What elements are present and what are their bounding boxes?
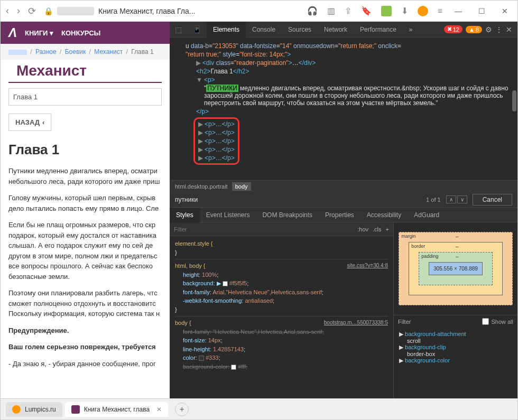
settings-icon[interactable]: ⚙ <box>485 25 492 34</box>
devtools-header: ⬚ 📱 Elements Console Sources Network Per… <box>170 22 517 38</box>
bookmark-icon[interactable]: 🔖 <box>361 6 372 16</box>
tab-close-icon[interactable]: ✕ <box>156 406 162 413</box>
tab-elements[interactable]: Elements <box>207 22 246 38</box>
paragraph: Голову мужчины, который шел первым, скры… <box>8 193 162 213</box>
tab-network[interactable]: Network <box>318 22 354 38</box>
paragraph: Если бы не плащ огромных размеров, что с… <box>8 220 162 282</box>
error-badge[interactable]: ✖ 12 <box>444 25 462 33</box>
computed-filter-input[interactable]: Filter <box>398 319 482 325</box>
tab-performance[interactable]: Performance <box>354 22 403 38</box>
share-icon[interactable]: ⇪ <box>345 6 352 16</box>
browser-tab-active[interactable]: Книга Механист, глава ✕ <box>65 402 168 417</box>
site-header: Λ КНИГИ ▾ КОНКУРСЫ <box>1 22 170 44</box>
paragraph: Поэтому они планировали разбить лагерь, … <box>8 288 162 319</box>
styles-rules-pane[interactable]: :hov .cls + element.style { } html, body… <box>170 222 393 398</box>
paragraph-bold: Предупреждение. <box>8 325 162 336</box>
tab-properties[interactable]: Properties <box>319 208 360 222</box>
webpage-pane: Λ КНИГИ ▾ КОНКУРСЫ / Разное / Боевик / М… <box>1 22 170 398</box>
show-all-checkbox[interactable] <box>482 318 489 325</box>
styles-filter-input[interactable] <box>174 226 357 232</box>
highlighted-dom-region: ▶<p>…</p> ▶<p>…</p> ▶<p>…</p> ▶<p>…</p> … <box>193 117 239 165</box>
breadcrumb-home[interactable] <box>8 50 27 55</box>
tab-more[interactable]: » <box>403 22 419 38</box>
devtools-panel: ⬚ 📱 Elements Console Sources Network Per… <box>170 22 517 398</box>
breadcrumb: / Разное / Боевик / Механист / Глава 1 <box>1 44 170 60</box>
css-source-link[interactable]: bootstrap.m…550073338:5 <box>324 319 388 326</box>
page-title-label: Книга Механист, глава Гла... <box>98 7 195 15</box>
headphones-icon[interactable]: 🎧 <box>307 6 318 16</box>
book-title: Механист <box>8 60 162 83</box>
tab-console[interactable]: Console <box>246 22 282 38</box>
site-logo[interactable]: Λ <box>8 25 17 40</box>
tab-event-listeners[interactable]: Event Listeners <box>200 208 256 222</box>
close-devtools-icon[interactable]: ✕ <box>506 25 512 34</box>
breadcrumb-item[interactable]: Механист <box>94 48 123 55</box>
minimize-button[interactable]: — <box>450 7 466 15</box>
back-icon[interactable]: ‹ <box>6 5 9 16</box>
device-icon[interactable]: 📱 <box>187 25 207 34</box>
extension-green-icon[interactable] <box>381 6 392 16</box>
dom-search-bar: 1 of 1 ∧ ∨ Cancel <box>170 192 517 208</box>
dom-breadcrumb[interactable]: html.desktop.portrait body <box>170 180 517 192</box>
inspect-icon[interactable]: ⬚ <box>170 25 187 34</box>
download-icon[interactable]: ⬇ <box>401 6 408 16</box>
chapter-select[interactable]: Глава 1 <box>8 88 162 106</box>
forward-icon[interactable]: › <box>17 5 20 16</box>
css-source-link[interactable]: site.css?v=30.4:8 <box>347 262 388 269</box>
dom-tree[interactable]: u data-b="213053" data-fontsize="14" onm… <box>170 38 517 180</box>
favicon-icon <box>12 405 21 414</box>
more-icon[interactable]: ⋮ <box>495 25 503 34</box>
computed-pane: margin – border – padding – 305.556 × 70… <box>393 222 517 398</box>
extension-orange-icon[interactable] <box>418 6 428 16</box>
url-host[interactable] <box>57 7 94 15</box>
hov-toggle[interactable]: :hov <box>357 226 368 232</box>
chapter-heading: Глава 1 <box>8 142 162 158</box>
article-body: Глава 1 Путники медленно двигались впере… <box>1 142 170 369</box>
browser-tabs-bar: Lumpics.ru Книга Механист, глава ✕ + <box>1 398 517 419</box>
box-model[interactable]: margin – border – padding – 305.556 × 70… <box>394 222 517 315</box>
tab-accessibility[interactable]: Accessibility <box>360 208 408 222</box>
back-button[interactable]: НАЗАД ‹ <box>8 114 51 131</box>
close-button[interactable]: ✕ <box>497 7 512 15</box>
search-prev-icon[interactable]: ∧ <box>446 195 456 203</box>
nav-books[interactable]: КНИГИ ▾ <box>25 29 53 37</box>
tab-dom-breakpoints[interactable]: DOM Breakpoints <box>256 208 319 222</box>
scrollbar-thumb[interactable] <box>512 90 516 111</box>
favicon-icon <box>71 405 80 414</box>
nav-contests[interactable]: КОНКУРСЫ <box>61 29 100 37</box>
maximize-button[interactable]: ☐ <box>474 7 489 15</box>
dom-search-input[interactable] <box>175 196 421 203</box>
paragraph: Путники медленно двигались вперед, осмат… <box>8 166 162 186</box>
paragraph-bold: Ваш голем серьезно поврежден, требуется <box>8 342 162 352</box>
tab-sources[interactable]: Sources <box>282 22 318 38</box>
menu-icon[interactable]: ≡ <box>438 6 442 16</box>
tab-adguard[interactable]: AdGuard <box>408 208 446 222</box>
tab-styles[interactable]: Styles <box>170 208 200 222</box>
breadcrumb-item[interactable]: Разное <box>35 48 57 55</box>
styles-tabs: Styles Event Listeners DOM Breakpoints P… <box>170 208 517 222</box>
search-cancel-button[interactable]: Cancel <box>473 194 512 206</box>
search-count: 1 of 1 <box>426 197 441 203</box>
breadcrumb-item[interactable]: Боевик <box>65 48 86 55</box>
chevron-left-icon: ‹ <box>42 118 44 126</box>
search-next-icon[interactable]: ∨ <box>457 195 467 203</box>
lock-icon: 🔒 <box>44 7 53 15</box>
computed-list[interactable]: ▶ background-attachment scroll ▶ backgro… <box>394 328 517 367</box>
download-panel-icon[interactable]: ▥ <box>327 6 335 16</box>
add-rule-icon[interactable]: + <box>386 226 389 232</box>
new-tab-button[interactable]: + <box>175 403 189 416</box>
warning-badge[interactable]: ▲ 8 <box>466 26 482 33</box>
breadcrumb-current: Глава 1 <box>131 48 153 55</box>
cls-toggle[interactable]: .cls <box>373 226 382 232</box>
browser-tab[interactable]: Lumpics.ru <box>6 402 62 417</box>
reload-icon[interactable]: ⟳ <box>28 5 36 17</box>
paragraph: - Да знаю я, - убирая данное сообщение, … <box>8 359 162 369</box>
browser-titlebar: ‹ › ⟳ 🔒 Книга Механист, глава Гла... 🎧 ▥… <box>1 1 517 22</box>
